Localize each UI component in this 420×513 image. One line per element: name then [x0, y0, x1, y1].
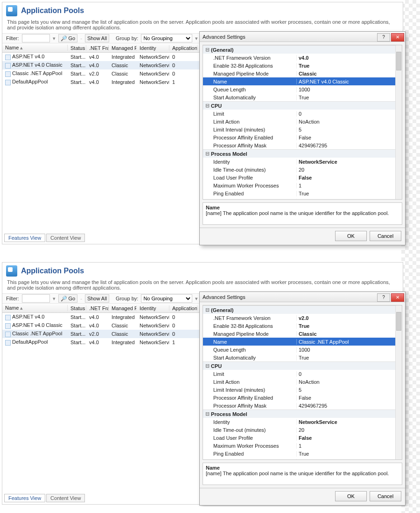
property-value[interactable]: True	[296, 63, 402, 69]
property-row[interactable]: Processor Affinity Enabled False	[203, 133, 402, 141]
property-row[interactable]: Limit Action NoAction	[203, 378, 402, 386]
property-row[interactable]: Maximum Worker Processes 1	[203, 442, 402, 450]
filter-input[interactable]	[22, 294, 50, 303]
property-value[interactable]: True	[296, 95, 402, 100]
property-value[interactable]: ASP.NET v4.0 Classic	[296, 79, 402, 84]
property-value[interactable]: True	[296, 451, 402, 457]
category-header[interactable]: ⊟ CPU	[203, 101, 402, 110]
property-row[interactable]: Start Automatically True	[203, 354, 402, 361]
dialog-titlebar[interactable]: Advanced Settings ? ✕	[200, 292, 405, 302]
property-value[interactable]: NetworkService	[296, 159, 402, 165]
tab-content-view[interactable]: Content View	[46, 494, 85, 502]
collapse-icon[interactable]: ⊟	[205, 363, 210, 369]
property-value[interactable]: Classic .NET AppPool	[296, 339, 402, 345]
property-row[interactable]: Queue Length 1000	[203, 85, 402, 93]
property-value[interactable]: 90	[296, 459, 402, 460]
property-row[interactable]: Limit Action NoAction	[203, 118, 402, 125]
property-row[interactable]: Start Automatically True	[203, 93, 402, 101]
property-value[interactable]: 20	[296, 167, 402, 173]
category-header[interactable]: ⊟ Process Model	[203, 409, 402, 418]
property-value[interactable]: NoAction	[296, 119, 402, 125]
property-value[interactable]: False	[296, 135, 402, 140]
column-header[interactable]: Applications	[169, 305, 197, 311]
dialog-titlebar[interactable]: Advanced Settings ? ✕	[200, 32, 405, 42]
property-row[interactable]: Maximum Worker Processes 1	[203, 181, 402, 189]
property-value[interactable]: False	[296, 435, 402, 441]
property-row[interactable]: Load User Profile False	[203, 173, 402, 181]
property-row[interactable]: .NET Framework Version v4.0	[203, 54, 402, 62]
property-row[interactable]: Enable 32-Bit Applications True	[203, 62, 402, 69]
filter-input[interactable]	[22, 34, 50, 42]
go-button[interactable]: 🔎 Go	[58, 34, 78, 42]
property-value[interactable]: 1000	[296, 87, 402, 92]
column-header[interactable]: Identity	[137, 305, 169, 311]
property-value[interactable]: 20	[296, 427, 402, 433]
property-row[interactable]: Processor Affinity Enabled False	[203, 394, 402, 402]
property-row[interactable]: Limit 0	[203, 110, 402, 118]
property-value[interactable]: True	[296, 191, 402, 196]
property-row[interactable]: Limit Interval (minutes) 5	[203, 125, 402, 133]
property-row[interactable]: Managed Pipeline Mode Classic	[203, 330, 402, 338]
property-value[interactable]: 4294967295	[296, 403, 402, 409]
property-row[interactable]: Identity NetworkService	[203, 418, 402, 426]
property-row[interactable]: Limit Interval (minutes) 5	[203, 386, 402, 394]
property-row[interactable]: Ping Enabled True	[203, 189, 402, 197]
scrollbar[interactable]	[395, 305, 402, 459]
help-icon[interactable]: ?	[377, 293, 390, 302]
tab-features-view[interactable]: Features View	[4, 494, 45, 502]
column-header[interactable]: Status	[68, 305, 86, 311]
scrollbar-thumb[interactable]	[396, 52, 401, 70]
column-header[interactable]: .NET Fra...	[86, 45, 109, 51]
category-header[interactable]: ⊟ Process Model	[203, 149, 402, 158]
property-value[interactable]: 90	[296, 199, 402, 200]
property-row[interactable]: Processor Affinity Mask 4294967295	[203, 402, 402, 409]
category-header[interactable]: ⊟ CPU	[203, 361, 402, 370]
property-row[interactable]: Idle Time-out (minutes) 20	[203, 166, 402, 173]
scrollbar[interactable]	[395, 45, 402, 199]
property-value[interactable]: 1	[296, 443, 402, 449]
collapse-icon[interactable]: ⊟	[205, 151, 210, 157]
property-row[interactable]: Queue Length 1000	[203, 346, 402, 354]
cancel-button[interactable]: Cancel	[370, 231, 401, 241]
groupby-select[interactable]: No Grouping	[141, 294, 192, 303]
property-value[interactable]: 0	[296, 371, 402, 377]
showall-button[interactable]: Show All	[85, 34, 109, 42]
property-row[interactable]: Load User Profile False	[203, 434, 402, 442]
property-row[interactable]: Ping Enabled True	[203, 450, 402, 458]
property-value[interactable]: True	[296, 323, 402, 329]
property-value[interactable]: False	[296, 395, 402, 401]
property-row[interactable]: Name Classic .NET AppPool	[203, 338, 402, 346]
property-value[interactable]: v2.0	[296, 315, 402, 321]
collapse-icon[interactable]: ⊟	[205, 411, 210, 417]
scrollbar-thumb[interactable]	[396, 312, 401, 331]
column-header[interactable]: Name ▴	[2, 45, 68, 51]
help-icon[interactable]: ?	[377, 33, 390, 42]
property-row[interactable]: Managed Pipeline Mode Classic	[203, 69, 402, 77]
ok-button[interactable]: OK	[335, 491, 367, 501]
property-row[interactable]: Enable 32-Bit Applications True	[203, 322, 402, 330]
property-row[interactable]: Processor Affinity Mask 4294967295	[203, 141, 402, 149]
property-value[interactable]: 5	[296, 387, 402, 393]
category-header[interactable]: ⊟ (General)	[203, 45, 402, 54]
property-value[interactable]: Classic	[296, 71, 402, 76]
property-row[interactable]: Ping Maximum Response Time (seconds) 90	[203, 458, 402, 460]
property-value[interactable]: v4.0	[296, 55, 402, 61]
go-button[interactable]: 🔎 Go	[58, 294, 78, 303]
property-value[interactable]: True	[296, 355, 402, 360]
column-header[interactable]: Name ▴	[2, 305, 68, 311]
category-header[interactable]: ⊟ (General)	[203, 305, 402, 314]
column-header[interactable]: Managed Pi...	[109, 305, 137, 311]
property-row[interactable]: Ping Maximum Response Time (seconds) 90	[203, 197, 402, 200]
collapse-icon[interactable]: ⊟	[205, 47, 210, 53]
property-row[interactable]: Identity NetworkService	[203, 158, 402, 166]
property-value[interactable]: 4294967295	[296, 143, 402, 148]
cancel-button[interactable]: Cancel	[370, 491, 401, 501]
collapse-icon[interactable]: ⊟	[205, 307, 210, 313]
showall-button[interactable]: Show All	[85, 294, 109, 303]
close-icon[interactable]: ✕	[391, 33, 404, 42]
property-row[interactable]: .NET Framework Version v2.0	[203, 314, 402, 322]
property-value[interactable]: 1000	[296, 347, 402, 353]
tab-features-view[interactable]: Features View	[4, 234, 45, 242]
property-value[interactable]: False	[296, 175, 402, 180]
close-icon[interactable]: ✕	[391, 293, 404, 302]
